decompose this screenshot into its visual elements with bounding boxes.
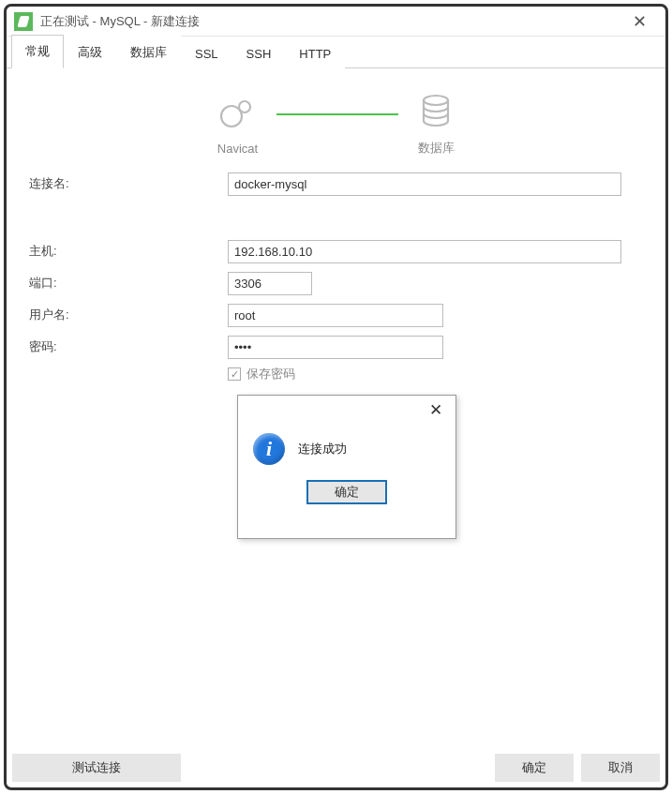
cancel-button[interactable]: 取消 bbox=[581, 754, 660, 782]
window-title: 正在测试 - MySQL - 新建连接 bbox=[40, 13, 620, 30]
info-icon: i bbox=[253, 433, 285, 465]
modal-message: 连接成功 bbox=[298, 441, 347, 457]
user-input[interactable] bbox=[228, 304, 443, 327]
user-label: 用户名: bbox=[25, 307, 228, 323]
port-label: 端口: bbox=[25, 275, 228, 292]
port-input[interactable] bbox=[228, 272, 312, 295]
titlebar: 正在测试 - MySQL - 新建连接 ✕ bbox=[7, 7, 665, 37]
connection-form: 连接名: 主机: 端口: 用户名: 密码: ✓ 保存密 bbox=[25, 171, 647, 382]
diagram-navicat: Navicat bbox=[217, 94, 258, 156]
save-password-label: 保存密码 bbox=[246, 366, 295, 382]
database-icon bbox=[417, 92, 455, 132]
tab-ssl[interactable]: SSL bbox=[181, 38, 232, 68]
save-password-row: ✓ 保存密码 bbox=[228, 366, 647, 382]
host-input[interactable] bbox=[228, 240, 621, 263]
navicat-icon bbox=[218, 94, 256, 134]
ok-button[interactable]: 确定 bbox=[495, 754, 574, 782]
svg-point-1 bbox=[239, 101, 250, 112]
diagram-database: 数据库 bbox=[417, 92, 455, 157]
connection-diagram: Navicat 数据库 bbox=[25, 92, 647, 157]
window-close-icon[interactable]: ✕ bbox=[620, 11, 658, 32]
save-password-checkbox[interactable]: ✓ bbox=[228, 367, 241, 381]
diagram-database-label: 数据库 bbox=[418, 140, 455, 157]
tabs: 常规 高级 数据库 SSL SSH HTTP bbox=[7, 37, 665, 68]
tab-ssh[interactable]: SSH bbox=[232, 38, 286, 68]
footer-bar: 测试连接 确定 取消 bbox=[12, 754, 660, 782]
dialog-window: 正在测试 - MySQL - 新建连接 ✕ 常规 高级 数据库 SSL SSH … bbox=[4, 4, 668, 790]
connection-name-label: 连接名: bbox=[25, 175, 228, 192]
modal-ok-button[interactable]: 确定 bbox=[306, 480, 387, 504]
modal-body: i 连接成功 bbox=[238, 424, 455, 480]
connection-name-input[interactable] bbox=[228, 172, 621, 196]
modal-footer: 确定 bbox=[238, 480, 455, 517]
modal-titlebar: ✕ bbox=[238, 396, 455, 424]
password-input[interactable] bbox=[228, 336, 443, 359]
host-label: 主机: bbox=[25, 243, 228, 260]
modal-close-icon[interactable]: ✕ bbox=[422, 400, 450, 420]
tab-http[interactable]: HTTP bbox=[285, 38, 345, 68]
tab-general[interactable]: 常规 bbox=[11, 35, 64, 68]
diagram-navicat-label: Navicat bbox=[217, 142, 258, 156]
svg-point-2 bbox=[424, 96, 448, 105]
navicat-app-icon bbox=[14, 12, 33, 31]
connection-line-icon bbox=[276, 113, 398, 115]
tab-advanced[interactable]: 高级 bbox=[64, 36, 116, 68]
password-label: 密码: bbox=[25, 338, 228, 355]
test-connection-button[interactable]: 测试连接 bbox=[12, 754, 181, 782]
content-area: Navicat 数据库 连接名: 主机: 端口: bbox=[7, 68, 665, 382]
tab-database[interactable]: 数据库 bbox=[116, 36, 181, 68]
message-dialog: ✕ i 连接成功 确定 bbox=[237, 395, 456, 539]
